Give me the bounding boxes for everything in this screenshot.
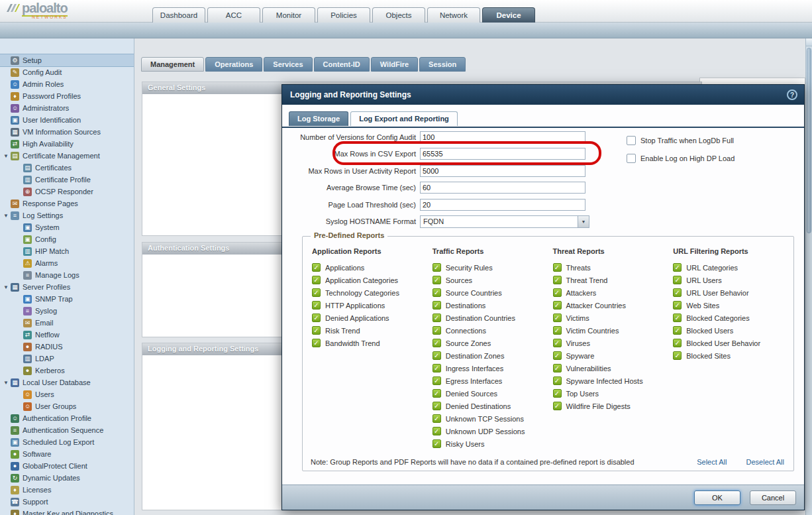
checkbox-checked-icon[interactable]: ✓ <box>553 314 562 322</box>
select-all-link[interactable]: Select All <box>697 458 727 466</box>
nav-tab-monitor[interactable]: Monitor <box>262 7 315 23</box>
scrollbar-thumb[interactable] <box>807 48 811 233</box>
option-stop-traffic-when-logdb-full[interactable]: Stop Traffic when LogDb Full <box>627 131 735 149</box>
sidebar-item-ldap[interactable]: ▥LDAP <box>0 353 134 365</box>
report-item-application-categories[interactable]: ✓Application Categories <box>312 274 432 286</box>
checkbox-checked-icon[interactable]: ✓ <box>553 376 562 385</box>
subtab-management[interactable]: Management <box>141 57 204 72</box>
scroll-up-arrow-icon[interactable] <box>806 38 812 46</box>
report-item-spyware[interactable]: ✓Spyware <box>553 349 674 362</box>
checkbox-checked-icon[interactable]: ✓ <box>432 427 441 435</box>
sidebar-item-email[interactable]: ✉Email <box>0 317 134 329</box>
cancel-button[interactable]: Cancel <box>750 490 796 505</box>
max-rows-in-user-activity-report-input[interactable] <box>420 165 585 177</box>
checkbox-unchecked-icon[interactable] <box>627 136 636 145</box>
report-item-applications[interactable]: ✓Applications <box>312 261 432 274</box>
sidebar-item-master-key-and-diagnostics[interactable]: ♦Master Key and Diagnostics <box>0 508 134 515</box>
report-item-blocked-user-behavior[interactable]: ✓Blocked User Behavior <box>673 337 793 349</box>
checkbox-checked-icon[interactable]: ✓ <box>432 414 441 423</box>
report-item-threat-trend[interactable]: ✓Threat Trend <box>553 274 674 286</box>
report-item-spyware-infected-hosts[interactable]: ✓Spyware Infected Hosts <box>553 374 674 387</box>
sidebar-item-local-user-database[interactable]: ▼▦Local User Database <box>0 376 134 388</box>
nav-tab-objects[interactable]: Objects <box>372 7 425 23</box>
dialog-tab-log-export-and-reporting[interactable]: Log Export and Reporting <box>350 111 458 126</box>
checkbox-checked-icon[interactable]: ✓ <box>432 402 441 410</box>
sidebar-item-password-profiles[interactable]: ♦Password Profiles <box>0 90 134 102</box>
help-icon[interactable]: ? <box>787 89 797 100</box>
report-item-source-countries[interactable]: ✓Source Countries <box>432 286 553 299</box>
checkbox-checked-icon[interactable]: ✓ <box>553 276 562 284</box>
sidebar-item-certificate-management[interactable]: ▼▤Certificate Management <box>0 150 134 162</box>
sidebar-item-licenses[interactable]: ♦Licenses <box>0 484 134 496</box>
report-item-destinations[interactable]: ✓Destinations <box>432 299 553 312</box>
report-item-url-categories[interactable]: ✓URL Categories <box>673 261 793 274</box>
expander-icon[interactable]: ▼ <box>3 213 11 219</box>
report-item-url-user-behavior[interactable]: ✓URL User Behavior <box>673 286 793 299</box>
report-item-victim-countries[interactable]: ✓Victim Countries <box>553 324 674 337</box>
nav-tab-dashboard[interactable]: Dashboard <box>152 7 205 23</box>
report-item-top-users[interactable]: ✓Top Users <box>553 387 674 400</box>
checkbox-checked-icon[interactable]: ✓ <box>553 263 562 272</box>
deselect-all-link[interactable]: Deselect All <box>746 458 784 466</box>
sidebar-item-authentication-sequence[interactable]: ≡Authentication Sequence <box>0 424 134 436</box>
report-item-http-applications[interactable]: ✓HTTP Applications <box>312 299 432 312</box>
subtab-content-id[interactable]: Content-ID <box>314 57 370 72</box>
report-item-blocked-users[interactable]: ✓Blocked Users <box>673 324 793 337</box>
checkbox-checked-icon[interactable]: ✓ <box>432 439 441 448</box>
sidebar-item-log-settings[interactable]: ▼≡Log Settings <box>0 209 134 221</box>
checkbox-checked-icon[interactable]: ✓ <box>553 301 562 310</box>
sidebar-item-config-audit[interactable]: ✎Config Audit <box>0 66 134 78</box>
sidebar-item-support[interactable]: ☎Support <box>0 496 134 508</box>
sidebar-item-config[interactable]: ▣Config <box>0 233 134 245</box>
report-item-sources[interactable]: ✓Sources <box>432 274 553 286</box>
expander-icon[interactable]: ▼ <box>3 153 11 159</box>
checkbox-checked-icon[interactable]: ✓ <box>673 351 682 360</box>
checkbox-checked-icon[interactable]: ✓ <box>432 389 441 398</box>
checkbox-checked-icon[interactable]: ✓ <box>673 326 682 335</box>
subtab-operations[interactable]: Operations <box>205 57 262 72</box>
sidebar-item-vm-information-sources[interactable]: ▦VM Information Sources <box>0 126 134 138</box>
subtab-services[interactable]: Services <box>264 57 312 72</box>
checkbox-unchecked-icon[interactable] <box>627 154 636 163</box>
report-item-attackers[interactable]: ✓Attackers <box>553 286 674 299</box>
sidebar-item-server-profiles[interactable]: ▼▦Server Profiles <box>0 281 134 293</box>
number-of-versions-for-config-audit-input[interactable] <box>420 131 585 143</box>
report-item-connections[interactable]: ✓Connections <box>432 324 553 337</box>
report-item-denied-applications[interactable]: ✓Denied Applications <box>312 312 432 324</box>
report-item-technology-categories[interactable]: ✓Technology Categories <box>312 286 432 299</box>
checkbox-checked-icon[interactable]: ✓ <box>553 288 562 297</box>
sidebar-item-admin-roles[interactable]: ☺Admin Roles <box>0 78 134 90</box>
report-item-risk-trend[interactable]: ✓Risk Trend <box>312 324 432 337</box>
report-item-unknown-udp-sessions[interactable]: ✓Unknown UDP Sessions <box>432 425 553 437</box>
sidebar-item-radius[interactable]: ●RADIUS <box>0 341 134 353</box>
checkbox-checked-icon[interactable]: ✓ <box>312 301 321 310</box>
sidebar-item-setup[interactable]: ⚙Setup <box>0 54 134 66</box>
dialog-tab-log-storage[interactable]: Log Storage <box>289 111 348 126</box>
sidebar-item-high-availability[interactable]: ⇄High Availability <box>0 138 134 150</box>
report-item-bandwidth-trend[interactable]: ✓Bandwidth Trend <box>312 337 432 349</box>
dropdown-arrow-icon[interactable]: ▼ <box>578 216 589 227</box>
checkbox-checked-icon[interactable]: ✓ <box>432 301 441 310</box>
report-item-denied-destinations[interactable]: ✓Denied Destinations <box>432 400 553 412</box>
checkbox-checked-icon[interactable]: ✓ <box>432 339 441 347</box>
sidebar-item-system[interactable]: ▣System <box>0 221 134 233</box>
checkbox-checked-icon[interactable]: ✓ <box>432 288 441 297</box>
sidebar-item-alarms[interactable]: ⚠Alarms <box>0 257 134 269</box>
nav-tab-network[interactable]: Network <box>427 7 480 23</box>
checkbox-checked-icon[interactable]: ✓ <box>553 364 562 372</box>
checkbox-checked-icon[interactable]: ✓ <box>312 339 321 347</box>
report-item-victims[interactable]: ✓Victims <box>553 312 674 324</box>
ok-button[interactable]: OK <box>694 490 740 505</box>
expander-icon[interactable]: ▼ <box>3 380 11 386</box>
sidebar-item-response-pages[interactable]: ✉Response Pages <box>0 198 134 209</box>
report-item-vulnerabilities[interactable]: ✓Vulnerabilities <box>553 362 674 374</box>
sidebar-item-user-identification[interactable]: ▣User Identification <box>0 114 134 126</box>
sidebar-item-scheduled-log-export[interactable]: ▣Scheduled Log Export <box>0 436 134 448</box>
sidebar-item-ocsp-responder[interactable]: ⊕OCSP Responder <box>0 186 134 198</box>
checkbox-checked-icon[interactable]: ✓ <box>553 326 562 335</box>
sidebar-item-authentication-profile[interactable]: ☺Authentication Profile <box>0 412 134 424</box>
checkbox-checked-icon[interactable]: ✓ <box>553 339 562 347</box>
checkbox-checked-icon[interactable]: ✓ <box>673 314 682 322</box>
checkbox-checked-icon[interactable]: ✓ <box>553 402 562 410</box>
checkbox-checked-icon[interactable]: ✓ <box>312 276 321 284</box>
